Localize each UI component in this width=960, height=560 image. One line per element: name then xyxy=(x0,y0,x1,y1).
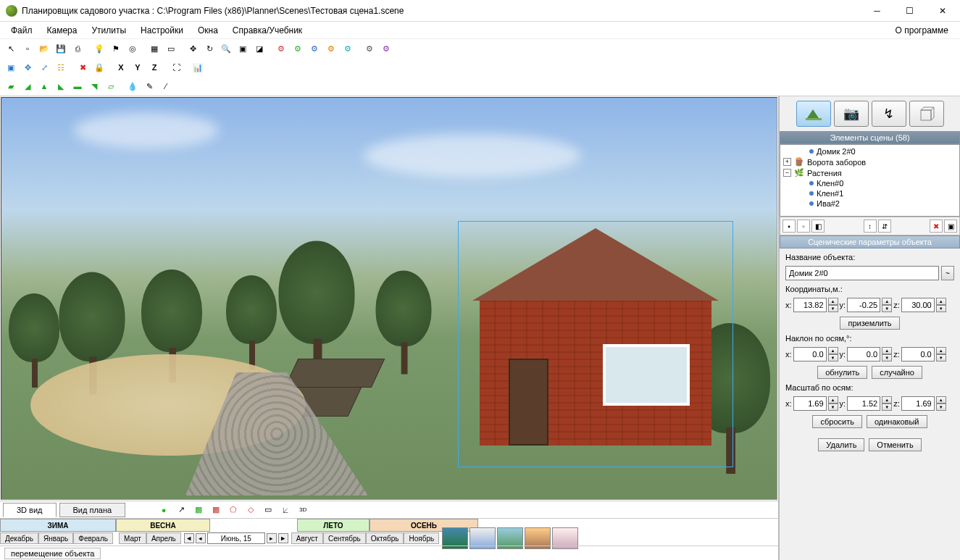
tree-item-house[interactable]: Домик 2#0 xyxy=(782,146,958,156)
3d-label-icon[interactable]: 3D xyxy=(295,502,311,518)
flag-icon[interactable]: ⚑ xyxy=(108,41,124,57)
3d-axis-icon[interactable]: ⟀ xyxy=(277,502,293,518)
tab-plan-view[interactable]: Вид плана xyxy=(59,503,126,517)
axis-y-icon[interactable]: Y xyxy=(130,59,146,75)
month-prev-fast-button[interactable]: ◂ xyxy=(196,533,206,543)
tree-btn-5[interactable]: ⇵ xyxy=(878,220,891,233)
ground-button[interactable]: приземлить xyxy=(840,317,899,330)
menu-utilities[interactable]: Утилиты xyxy=(85,23,133,38)
gear-cyan-icon[interactable]: ⚙ xyxy=(340,41,356,57)
gear-red-icon[interactable]: ⚙ xyxy=(273,41,289,57)
tilt-y-input[interactable] xyxy=(847,347,880,362)
object-name-input[interactable] xyxy=(785,266,939,280)
fit-icon[interactable]: ⛶ xyxy=(168,59,184,75)
gear-purple-icon[interactable]: ⚙ xyxy=(378,41,394,57)
terrain6-icon[interactable]: ◥ xyxy=(86,78,102,94)
tree-btn-del[interactable]: ✖ xyxy=(930,220,943,233)
window-icon[interactable]: ▣ xyxy=(3,59,19,75)
open-icon[interactable]: 📂 xyxy=(36,41,52,57)
delete-button[interactable]: Удалить xyxy=(818,438,864,451)
month-feb[interactable]: Февраль xyxy=(73,532,113,544)
mode-terrain-button[interactable] xyxy=(796,101,831,127)
tree-btn-3[interactable]: ◧ xyxy=(811,220,825,233)
season-winter[interactable]: ЗИМА xyxy=(0,519,116,532)
scale-x-input[interactable] xyxy=(793,396,827,411)
scale-y-up[interactable]: ▲ xyxy=(882,396,892,404)
axis-x-icon[interactable]: X xyxy=(113,59,129,75)
water-icon[interactable]: 💧 xyxy=(125,78,141,94)
dot-green-icon[interactable]: ● xyxy=(156,502,172,518)
tilt-z-up[interactable]: ▲ xyxy=(936,347,946,354)
menu-windows[interactable]: Окна xyxy=(191,23,225,38)
minimize-button[interactable]: ─ xyxy=(861,1,893,21)
scale-x-up[interactable]: ▲ xyxy=(828,396,838,404)
zoom-icon[interactable]: 🔍 xyxy=(218,41,234,57)
terrain5-icon[interactable]: ▬ xyxy=(70,78,85,94)
current-date-input[interactable] xyxy=(207,532,265,544)
maximize-button[interactable]: ☐ xyxy=(893,1,926,21)
light-icon[interactable]: 💡 xyxy=(91,41,107,57)
month-nov[interactable]: Ноябрь xyxy=(404,532,439,544)
delete-icon[interactable]: ✖ xyxy=(75,59,91,75)
save-icon[interactable]: 💾 xyxy=(53,41,69,57)
viewport-3d[interactable] xyxy=(1,97,777,500)
brush-icon[interactable]: ⁄ xyxy=(158,78,174,94)
tree-item-plants[interactable]: −🌿Растения xyxy=(782,167,958,178)
tilt-y-dn[interactable]: ▼ xyxy=(882,354,892,362)
house-model[interactable] xyxy=(472,257,719,460)
scale-z-up[interactable]: ▲ xyxy=(936,396,946,404)
grid-icon[interactable]: ▦ xyxy=(146,41,162,57)
month-mar[interactable]: Март xyxy=(119,532,146,544)
tilt-x-dn[interactable]: ▼ xyxy=(828,354,838,362)
month-jan[interactable]: Январь xyxy=(38,532,73,544)
tilt-y-up[interactable]: ▲ xyxy=(882,347,892,354)
shape2-icon[interactable]: ▭ xyxy=(260,502,276,518)
menu-settings[interactable]: Настройки xyxy=(134,23,190,38)
month-dec[interactable]: Декабрь xyxy=(0,532,38,544)
coord-x-up[interactable]: ▲ xyxy=(828,298,838,305)
tilt-z-input[interactable] xyxy=(901,347,935,362)
terrain3-icon[interactable]: ▲ xyxy=(36,78,52,94)
tree-item-maple1[interactable]: Клен#1 xyxy=(782,188,958,198)
tilt-x-input[interactable] xyxy=(793,347,827,362)
gear-orange-icon[interactable]: ⚙ xyxy=(323,41,339,57)
toggle-icon[interactable]: ◪ xyxy=(251,41,267,57)
coord-y-dn[interactable]: ▼ xyxy=(882,305,892,312)
month-next-fast-button[interactable]: ▸ xyxy=(267,533,277,543)
month-next-button[interactable]: ► xyxy=(278,533,288,543)
tree-btn-4[interactable]: ↕ xyxy=(864,220,877,233)
scale-z-input[interactable] xyxy=(901,396,935,411)
tree-btn-6[interactable]: ▣ xyxy=(944,220,957,233)
terrain7-icon[interactable]: ▱ xyxy=(103,78,119,94)
lock-icon[interactable]: 🔒 xyxy=(91,59,107,75)
scene-tree[interactable]: Домик 2#0 +🪵Ворота заборов −🌿Растения Кл… xyxy=(780,144,960,217)
menu-file[interactable]: Файл xyxy=(4,23,39,38)
select-rect-icon[interactable]: ▭ xyxy=(163,41,179,57)
name-dropdown-button[interactable]: ~ xyxy=(941,266,954,280)
shape1-icon[interactable]: ◇ xyxy=(243,502,259,518)
tree-btn-1[interactable]: ▪ xyxy=(782,220,796,233)
mode-cube-button[interactable] xyxy=(909,101,944,127)
scale-y-dn[interactable]: ▼ xyxy=(882,404,892,411)
save-as-icon[interactable]: ⎙ xyxy=(70,41,85,57)
close-button[interactable]: ✕ xyxy=(926,1,959,21)
tab-3d-view[interactable]: 3D вид xyxy=(3,503,57,517)
move-icon[interactable]: ✥ xyxy=(185,41,201,57)
season-spring[interactable]: ВЕСНА xyxy=(116,519,210,532)
month-apr[interactable]: Апрель xyxy=(146,532,181,544)
month-sep[interactable]: Сентябрь xyxy=(323,532,366,544)
month-oct[interactable]: Октябрь xyxy=(366,532,404,544)
chart-icon[interactable]: 📊 xyxy=(190,59,206,75)
axis-display-icon[interactable]: ↗ xyxy=(173,502,189,518)
scale-z-dn[interactable]: ▼ xyxy=(936,404,946,411)
polygon-icon[interactable]: ⬠ xyxy=(225,502,241,518)
gear-green-icon[interactable]: ⚙ xyxy=(290,41,306,57)
coord-x-input[interactable] xyxy=(793,298,827,312)
menu-about[interactable]: О программе xyxy=(888,23,956,38)
reset-button[interactable]: сбросить xyxy=(812,415,861,428)
tree-btn-2[interactable]: ▫ xyxy=(797,220,810,233)
gear-dark-icon[interactable]: ⚙ xyxy=(362,41,377,57)
tree-item-willow2[interactable]: Ива#2 xyxy=(782,198,958,209)
resize-icon[interactable]: ⤢ xyxy=(36,59,52,75)
month-prev-button[interactable]: ◄ xyxy=(184,533,194,543)
